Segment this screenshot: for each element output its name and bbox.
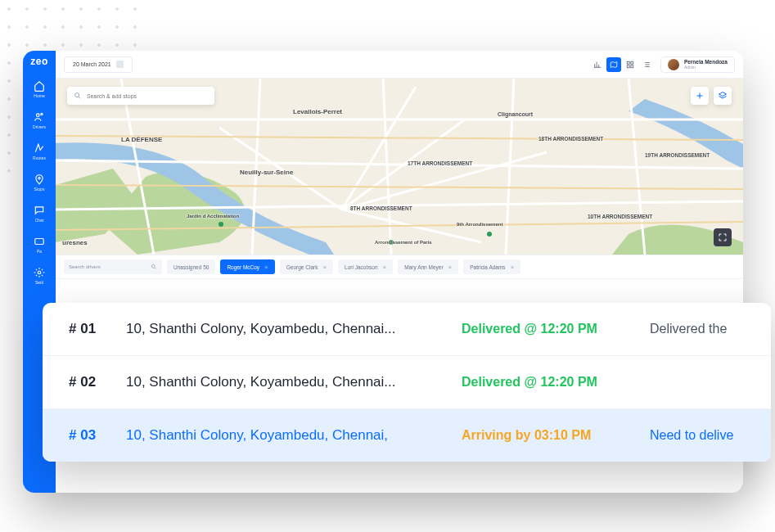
map-label: 18TH ARRONDISSEMENT: [538, 136, 603, 142]
plus-icon: [695, 91, 705, 101]
sidebar-item-stops[interactable]: Stops: [23, 167, 56, 198]
stop-address: 10, Shanthi Colony, Koyambedu, Chennai..…: [126, 374, 445, 390]
svg-line-21: [155, 268, 156, 269]
stop-address: 10, Shanthi Colony, Koyambedu, Chennai..…: [126, 321, 445, 337]
stops-list: # 01 10, Shanthi Colony, Koyambedu, Chen…: [43, 303, 771, 462]
map[interactable]: Levallois-Perret LA DÉFENSE Neuilly-sur-…: [56, 79, 743, 255]
sidebar-item-drivers[interactable]: Drivers: [23, 105, 56, 136]
close-icon[interactable]: ×: [322, 264, 327, 271]
topbar: 20 March 2021 Pernela Mendoza Admin: [56, 51, 743, 79]
chip-label: Lori Jacobson: [345, 264, 377, 270]
view-map[interactable]: [606, 57, 621, 72]
chat-icon: [34, 205, 45, 216]
driver-chip-unassigned[interactable]: Unassigned 50: [167, 259, 215, 274]
list-icon: [642, 61, 651, 69]
map-label: 9th Arrondissement: [457, 222, 502, 227]
sidebar-item-routes[interactable]: Routes: [23, 136, 56, 167]
svg-point-14: [487, 232, 492, 237]
view-list[interactable]: [639, 57, 654, 72]
svg-point-1: [41, 113, 43, 115]
layers-icon: [718, 91, 728, 101]
close-icon[interactable]: ×: [383, 264, 387, 271]
user-role: Admin: [684, 65, 728, 70]
svg-line-17: [79, 97, 80, 98]
user-menu[interactable]: Pernela Mendoza Admin: [660, 56, 735, 73]
svg-point-0: [37, 114, 40, 117]
svg-point-20: [151, 264, 155, 268]
sidebar-item-label: Drivers: [23, 124, 56, 129]
expand-icon: [718, 232, 728, 242]
sidebar-item-pa[interactable]: Pa: [23, 229, 56, 260]
stop-number: # 03: [69, 427, 110, 444]
map-label: Levallois-Perret: [293, 108, 342, 115]
avatar: [668, 59, 679, 70]
grid-icon: [626, 61, 634, 69]
stop-row[interactable]: # 01 10, Shanthi Colony, Koyambedu, Chen…: [43, 303, 771, 356]
brand-logo: zeo: [30, 56, 48, 67]
layer-button[interactable]: [714, 87, 732, 105]
driver-chip-roger[interactable]: Roger McCoy×: [220, 259, 274, 274]
svg-rect-5: [627, 61, 629, 64]
sidebar-item-settings[interactable]: Setti: [23, 260, 56, 291]
chip-label: Roger McCoy: [227, 264, 259, 270]
driver-search-placeholder: Search drivers: [69, 264, 146, 269]
fullscreen-button[interactable]: [714, 228, 732, 246]
svg-rect-8: [631, 65, 633, 67]
map-actions: [691, 87, 732, 105]
stop-notes: Need to delive: [650, 428, 733, 443]
close-icon[interactable]: ×: [448, 264, 453, 271]
sidebar-item-label: Stops: [23, 187, 56, 192]
driver-chip-lori[interactable]: Lori Jacobson×: [338, 259, 393, 274]
stop-number: # 02: [69, 374, 110, 390]
stop-row-active[interactable]: # 03 10, Shanthi Colony, Koyambedu, Chen…: [43, 409, 771, 462]
map-label: Jardin d Acclimatation: [187, 214, 239, 219]
sidebar-item-chat[interactable]: Chat: [23, 198, 56, 229]
map-label: 19TH ARRONDISSEMENT: [645, 152, 710, 158]
date-value: 20 March 2021: [73, 56, 111, 73]
sidebar-item-label: Routes: [23, 156, 56, 160]
view-grid[interactable]: [623, 57, 638, 72]
stop-status: Arriving by 03:10 PM: [462, 428, 633, 443]
map-label: LA DÉFENSE: [121, 136, 162, 143]
card-icon: [34, 236, 45, 247]
map-canvas: [56, 79, 743, 255]
svg-point-2: [38, 178, 40, 179]
svg-rect-6: [631, 61, 633, 64]
stop-notes: Delivered the: [650, 322, 727, 336]
calendar-icon: [116, 61, 124, 68]
chip-label: Mary Ann Meyer: [404, 264, 443, 270]
sidebar-item-home[interactable]: Home: [23, 74, 56, 105]
driver-chip-mary[interactable]: Mary Ann Meyer×: [398, 259, 458, 274]
map-label: uresnes: [62, 239, 88, 246]
svg-point-16: [75, 93, 79, 97]
driver-filter-bar: Search drivers Unassigned 50 Roger McCoy…: [56, 255, 743, 279]
map-label: 17TH ARRONDISSEMENT: [408, 160, 472, 166]
svg-point-13: [219, 222, 223, 227]
sidebar-item-label: Chat: [23, 218, 56, 223]
map-label: 8TH ARRONDISSEMENT: [350, 205, 412, 211]
add-stop-button[interactable]: [691, 87, 709, 105]
svg-rect-7: [627, 65, 629, 67]
sidebar-item-label: Pa: [23, 249, 56, 254]
view-analytics[interactable]: [590, 57, 605, 72]
stop-status: Delivered @ 12:20 PM: [462, 322, 633, 336]
driver-chip-george[interactable]: George Clark×: [280, 259, 333, 274]
close-icon[interactable]: ×: [264, 264, 268, 271]
view-mode-group: [590, 57, 654, 72]
stop-address: 10, Shanthi Colony, Koyambedu, Chennai,: [126, 427, 445, 444]
date-picker[interactable]: 20 March 2021: [64, 56, 133, 73]
search-input[interactable]: [87, 93, 208, 99]
map-label: Arrondissement of Paris: [375, 240, 432, 245]
map-icon: [610, 61, 618, 69]
driver-search[interactable]: Search drivers: [64, 259, 162, 274]
map-label: Clignancourt: [498, 111, 533, 117]
map-label: 10TH ARRONDISSEMENT: [588, 214, 652, 219]
close-icon[interactable]: ×: [511, 264, 515, 271]
sidebar-item-label: Home: [23, 93, 56, 98]
search-icon: [151, 264, 157, 270]
stop-row[interactable]: # 02 10, Shanthi Colony, Koyambedu, Chen…: [43, 356, 771, 409]
pin-icon: [34, 174, 45, 185]
map-search[interactable]: [67, 87, 214, 105]
driver-chip-patricia[interactable]: Patricia Adams×: [463, 259, 520, 274]
chip-label: Patricia Adams: [470, 264, 505, 270]
